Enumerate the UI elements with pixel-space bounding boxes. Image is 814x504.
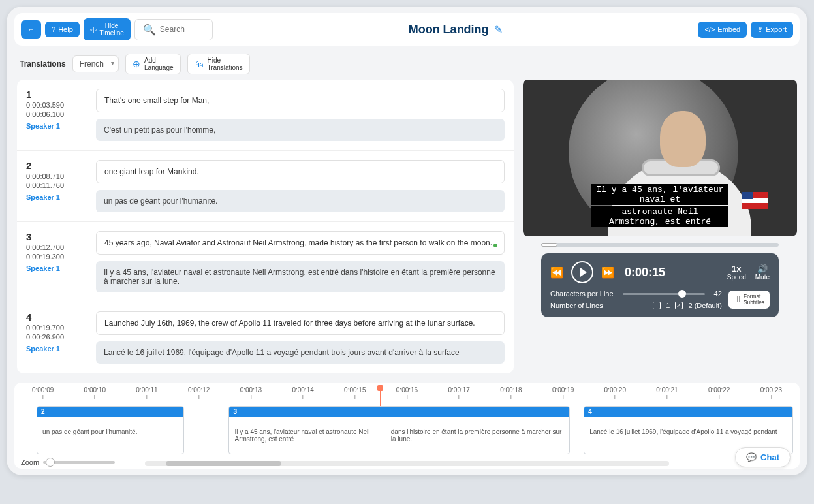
arrow-left-icon: ← [27,25,35,33]
ruler-tick: 0:00:11 [136,386,157,399]
segment-speaker[interactable]: Speaker 1 [26,193,88,201]
transcript-panel: 10:00:03.5900:00:06.100Speaker 1That's o… [17,80,514,373]
speed-control[interactable]: 1x Speed [727,264,746,281]
segment-speaker[interactable]: Speaker 1 [26,345,88,353]
ruler-tick: 0:00:17 [448,386,470,399]
ruler-tick: 0:00:15 [344,386,366,399]
segment-text[interactable]: 45 years ago, Naval Aviator and Astronau… [96,231,505,255]
hide-translations-button[interactable]: 🗛 Hide Translations [187,54,250,74]
segment-number: 1 [26,89,88,100]
subtitle-overlay: Il y a 45 ans, l'aviateur naval et astro… [591,184,728,228]
timeline-clip[interactable]: 2 un pas de géant pour l'humanité. [37,406,184,454]
flag-patch-icon [742,192,768,209]
segment-speaker[interactable]: Speaker 1 [26,122,88,130]
hide-timeline-l2: Timeline [99,29,123,37]
ruler-tick: 0:00:09 [32,386,54,399]
ruler-tick: 0:00:14 [292,386,313,399]
clip-number: 3 [229,407,569,417]
ruler-tick: 0:00:22 [708,386,730,399]
segment-text[interactable]: Launched July 16th, 1969, the crew of Ap… [96,311,505,335]
timeline: 0:00:090:00:100:00:110:00:120:00:130:00:… [14,383,800,469]
ruler-tick: 0:00:13 [240,386,262,399]
ruler-tick: 0:00:18 [500,386,522,399]
timeline-icon: ◦|◦ [90,25,97,33]
segment-number: 2 [26,160,88,171]
segment-translation[interactable]: Lancé le 16 juillet 1969, l'équipage d'A… [96,341,505,364]
page-title: Moon Landing [409,23,489,37]
clip-number: 4 [584,407,792,417]
timeline-tracks[interactable]: 2 un pas de géant pour l'humanité. 3 Il … [20,406,794,454]
segment-translation[interactable]: C'est un petit pas pour l'homme, [96,119,505,141]
timeline-ruler[interactable]: 0:00:090:00:100:00:110:00:120:00:130:00:… [20,386,794,402]
transcript-segment[interactable]: 10:00:03.5900:00:06.100Speaker 1That's o… [17,80,514,151]
segment-number: 4 [26,311,88,323]
help-label: Help [58,25,73,33]
clip-text: dans l'histoire en étant la première per… [386,417,569,447]
topbar: ← ? Help ◦|◦ Hide Timeline 🔍 Moon Landin… [14,13,800,46]
timeline-clip[interactable]: 3 Il y a 45 ans, l'aviateur naval et ast… [228,406,569,454]
cpl-value: 42 [714,290,722,298]
cpl-slider[interactable] [623,293,705,295]
help-button[interactable]: ? Help [45,22,80,37]
volume-icon: 🔊 [755,264,770,274]
translate-icon: 🗛 [195,59,204,69]
segment-translation[interactable]: Il y a 45 ans, l'aviateur naval et astro… [96,261,505,292]
segment-start: 0:00:08.710 [26,172,88,180]
back-button[interactable]: ← [21,20,41,39]
zoom-slider[interactable] [43,461,115,464]
search-input[interactable] [160,25,199,34]
transcript-segment[interactable]: 20:00:08.7100:00:11.760Speaker 1one gian… [17,151,514,222]
timeline-scrollbar[interactable] [145,461,669,466]
segment-end: 0:00:26.900 [26,333,88,341]
lines-1-checkbox[interactable] [653,302,661,309]
search-box[interactable]: 🔍 [134,19,213,40]
ruler-tick: 0:00:10 [84,386,106,399]
plus-circle-icon: ⊕ [133,59,140,69]
segment-text[interactable]: That's one small step for Man, [96,89,505,112]
transcript-segment[interactable]: 30:00:12.7000:00:19.300Speaker 145 years… [17,222,514,302]
clip-text: Lancé le 16 juillet 1969, l'équipage d'A… [584,417,792,439]
search-icon: 🔍 [143,24,156,36]
hide-timeline-button[interactable]: ◦|◦ Hide Timeline [84,18,131,40]
video-panel: Il y a 45 ans, l'aviateur naval et astro… [523,80,797,317]
chat-button[interactable]: 💬 Chat [735,447,791,467]
forward-button[interactable]: ⏩ [601,266,614,279]
segment-end: 0:00:11.760 [26,181,88,189]
cpl-label: Characters per Line [550,290,614,298]
active-dot-icon [493,244,497,247]
export-button[interactable]: ⇪ Export [751,22,793,38]
segment-start: 0:00:12.700 [26,244,88,251]
segment-translation[interactable]: un pas de géant pour l'humanité. [96,190,505,212]
edit-title-icon[interactable]: ✎ [494,24,503,36]
play-button[interactable] [571,261,593,283]
segment-end: 0:00:19.300 [26,253,88,260]
format-subtitles-button[interactable]: Ａ̲ Format Subtitles [728,291,770,309]
segment-text[interactable]: one giant leap for Mankind. [96,160,505,183]
nol-label: Number of Lines [550,302,603,309]
current-time: 0:00:15 [625,266,665,279]
clip-number: 2 [37,407,183,417]
rewind-button[interactable]: ⏪ [550,266,563,279]
player-controls: ⏪ ⏩ 0:00:15 1x Speed 🔊 Mute [541,253,779,317]
ruler-tick: 0:00:21 [656,386,678,399]
format-icon: Ａ̲ [734,294,740,304]
zoom-label: Zoom [21,458,39,466]
segment-number: 3 [26,231,88,242]
hide-timeline-l1: Hide [99,22,123,29]
code-icon: </> [704,25,715,33]
video-preview[interactable]: Il y a 45 ans, l'aviateur naval et astro… [523,80,797,236]
add-language-button[interactable]: ⊕ Add Language [125,54,181,74]
language-select[interactable]: French [72,55,119,72]
transcript-segment[interactable]: 40:00:19.7000:00:26.900Speaker 1Launched… [17,302,514,373]
upload-icon: ⇪ [757,25,763,34]
video-progress[interactable] [541,243,779,247]
lines-2-checkbox[interactable] [675,302,683,309]
segment-speaker[interactable]: Speaker 1 [26,264,88,272]
astronaut-face [660,111,706,167]
embed-label: Embed [717,25,740,33]
segment-end: 0:00:06.100 [26,110,88,118]
mute-button[interactable]: 🔊 Mute [755,264,770,281]
embed-button[interactable]: </> Embed [698,22,747,38]
translations-bar: Translations French ⊕ Add Language 🗛 Hid… [14,46,800,80]
segment-start: 0:00:19.700 [26,324,88,332]
